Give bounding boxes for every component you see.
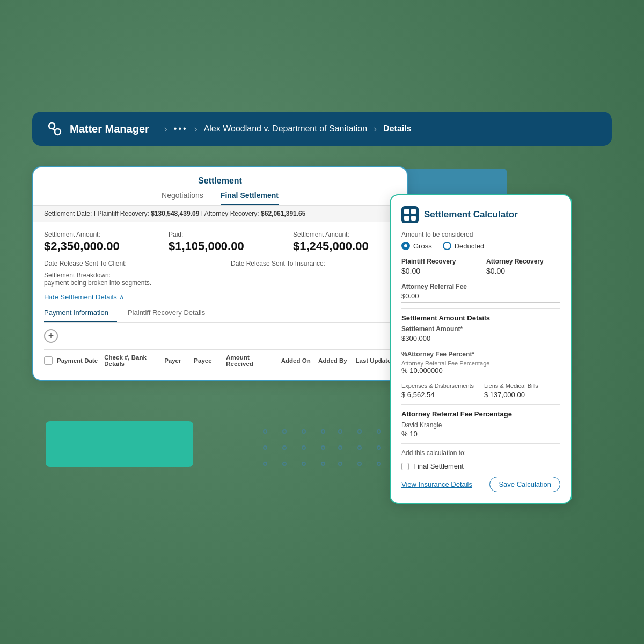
tab-plaintiff-recovery[interactable]: Plaintiff Recovery Details <box>128 306 214 322</box>
settlement-amounts-row: Settlement Amount: $2,350,000.00 Paid: $… <box>44 231 396 253</box>
attorney-referral-fee-label: Attorney Referral Fee <box>401 283 560 290</box>
app-name: Matter Manager <box>70 123 149 135</box>
attorney-referral-fee-pct-value[interactable]: % 10.000000 <box>401 367 560 377</box>
add-to-label: Add this calculation to: <box>401 449 466 457</box>
expenses-col: Expenses & Disbursements $ 6,562.54 <box>401 383 478 399</box>
settlement-amount-input-group: Settlement Amount* $300.000 <box>401 325 560 345</box>
final-settlement-checkbox-label: Final Settlement <box>413 462 464 470</box>
gross-radio[interactable]: Gross <box>401 241 432 250</box>
paid-value: $1,105,000.00 <box>169 239 272 253</box>
liens-label: Liens & Medical Bills <box>484 383 560 389</box>
expenses-label: Expenses & Disbursements <box>401 383 478 389</box>
attorney-referral-fee-value: $0.00 <box>401 292 560 303</box>
attorney-recovery-label: Attorney Recovery <box>486 258 560 265</box>
final-settlement-checkbox[interactable] <box>401 463 409 470</box>
gross-radio-circle <box>401 241 410 250</box>
attorney-referral-fee-group: Attorney Referral Fee $0.00 <box>401 283 560 303</box>
col-header-amount: Amount Received <box>226 354 276 367</box>
date-release-row: Date Release Sent To Client: Date Releas… <box>44 260 396 268</box>
settlement-main-content: Settlement Amount: $2,350,000.00 Paid: $… <box>33 222 407 380</box>
plaintiff-recovery-value: $130,548,439.09 <box>151 210 199 217</box>
svg-point-0 <box>49 123 55 129</box>
settlement-card-title: Settlement <box>198 176 242 186</box>
calc-card-header: Settlement Calculator <box>401 206 560 223</box>
attorney-referral-fee-pct-sublabel: Attorney Referral Fee Percentage <box>401 360 560 367</box>
hide-details-link[interactable]: Hide Settlement Details ∧ <box>44 293 396 301</box>
tab-negotiations[interactable]: Negotiations <box>162 191 203 205</box>
deducted-radio-circle <box>443 241 451 250</box>
calculator-card: Settlement Calculator Amount to be consi… <box>390 194 572 504</box>
settlement-card: Settlement Negotiations Final Settlement… <box>32 166 408 381</box>
date-release-client-label: Date Release Sent To Client: <box>44 260 209 267</box>
attorney-referral-section-title: Attorney Referral Fee Percentage <box>401 410 560 418</box>
breadcrumb-ellipsis[interactable]: ••• <box>174 124 188 134</box>
tab-final-settlement[interactable]: Final Settlement <box>221 191 279 205</box>
settlement-amount2-label: Settlement Amount: <box>293 231 396 238</box>
date-release-insurance-label: Date Release Sent To Insurance: <box>231 260 396 267</box>
calculator-icon <box>401 206 419 223</box>
calc-icon-cell-4 <box>411 216 416 221</box>
breadcrumb-sep-2: › <box>194 123 197 135</box>
paid-label: Paid: <box>169 231 272 238</box>
col-header-added-on: Added On <box>281 357 314 364</box>
amount-label: Amount to be considered <box>401 231 560 238</box>
breadcrumb-sep-3: › <box>374 123 377 135</box>
svg-point-1 <box>55 129 61 135</box>
settlement-amount-details-title: Settlement Amount Details <box>401 314 560 322</box>
settlement-tab-row: Negotiations Final Settlement <box>46 191 394 205</box>
settlement-amount2-value: $1,245,000.00 <box>293 239 396 253</box>
info-prefix: Settlement Date: I Plaintiff Recovery: <box>44 210 149 217</box>
gross-radio-inner <box>404 244 407 247</box>
breakdown-text: payment being broken into segments. <box>44 279 151 287</box>
calc-icon-cell-1 <box>404 209 409 214</box>
expenses-value: $ 6,562.54 <box>401 391 478 399</box>
settlement-tabs-header: Settlement Negotiations Final Settlement <box>33 167 407 206</box>
gross-label: Gross <box>413 242 432 250</box>
col-header-payment-date: Payment Date <box>57 357 100 364</box>
settlement-amount-label: Settlement Amount: <box>44 231 147 238</box>
amount-type-radio-group: Gross Deducted <box>401 241 560 250</box>
calc-icon-cell-2 <box>411 209 416 214</box>
settlement-amount-input-label: Settlement Amount* <box>401 325 560 333</box>
settlement-breakdown: Settlement Breakdown: payment being brok… <box>44 272 396 287</box>
calculator-title: Settlement Calculator <box>424 209 518 220</box>
calc-icon-cell-3 <box>404 216 409 221</box>
attorney-fee-pct-group: %Attorney Fee Percent* Attorney Referral… <box>401 350 560 377</box>
breakdown-label: Settlement Breakdown: <box>44 272 111 279</box>
save-calculation-button[interactable]: Save Calculation <box>489 477 560 492</box>
col-header-payee: Payee <box>194 357 222 364</box>
select-all-checkbox[interactable] <box>44 356 53 365</box>
divider-2 <box>401 404 560 405</box>
paid-field: Paid: $1,105,000.00 <box>169 231 272 253</box>
view-insurance-link[interactable]: View Insurance Details <box>401 480 472 488</box>
breadcrumb-details: Details <box>383 124 411 134</box>
chevron-up-icon: ∧ <box>119 293 125 301</box>
breadcrumb-case[interactable]: Alex Woodland v. Department of Sanitatio… <box>204 124 367 134</box>
liens-value: $ 137,000.00 <box>484 391 560 399</box>
col-header-check: Check #, Bank Details <box>104 354 160 367</box>
attorney-referral-percent: % 10 <box>401 430 560 438</box>
plaintiff-recovery-calc-value: $0.00 <box>401 267 475 275</box>
hide-details-text: Hide Settlement Details <box>44 293 117 301</box>
attorney-recovery-col: Attorney Recovery $0.00 <box>486 258 560 275</box>
settlement-amount-input-value[interactable]: $300.000 <box>401 334 560 345</box>
info-separator: I Attorney Recovery: <box>201 210 259 217</box>
header-bar: Matter Manager › ••• › Alex Woodland v. … <box>32 112 612 146</box>
add-payment-button[interactable]: + <box>44 329 58 343</box>
bg-block-teal <box>46 421 193 467</box>
attorney-recovery-calc-value: $0.00 <box>486 267 560 275</box>
settlement-amount-value: $2,350,000.00 <box>44 239 147 253</box>
col-header-payer: Payer <box>164 357 189 364</box>
col-header-added-by: Added By <box>318 357 351 364</box>
payment-table-header: Payment Date Check #, Bank Details Payer… <box>44 349 396 371</box>
recovery-row: Plaintiff Recovery $0.00 Attorney Recove… <box>401 258 560 275</box>
tab-payment-info[interactable]: Payment Information <box>44 306 117 322</box>
divider-1 <box>401 308 560 309</box>
settlement-info-banner: Settlement Date: I Plaintiff Recovery: $… <box>33 206 407 222</box>
final-settlement-checkbox-row[interactable]: Final Settlement <box>401 462 560 470</box>
divider-3 <box>401 443 560 444</box>
attorney-recovery-value: $62,061,391.65 <box>261 210 305 217</box>
deducted-radio[interactable]: Deducted <box>443 241 485 250</box>
breadcrumb-sep-1: › <box>164 123 167 135</box>
add-to-row: Add this calculation to: <box>401 449 560 457</box>
